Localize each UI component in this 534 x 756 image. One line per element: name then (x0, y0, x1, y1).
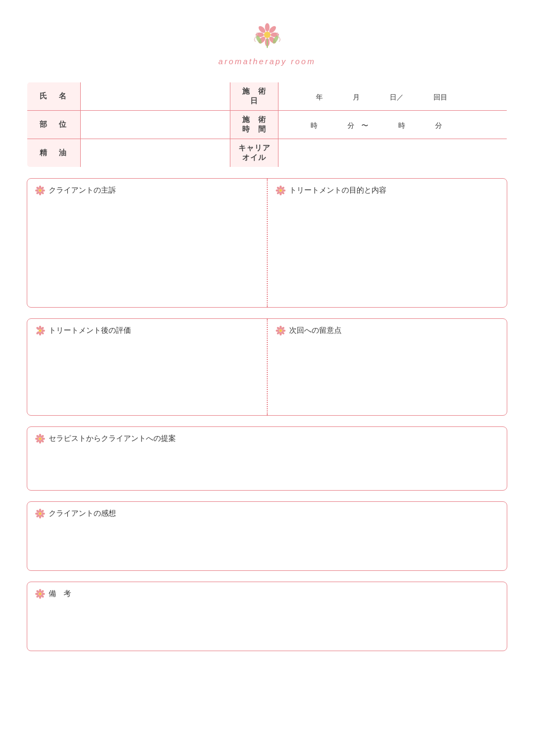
date-parts: 年 月 日／ 回目 (285, 93, 447, 102)
section-client-impression: クライアントの感想 (27, 501, 507, 571)
svg-point-47 (39, 438, 42, 440)
hour1-label: 時 (311, 121, 318, 131)
month-label: 月 (353, 93, 360, 102)
flower-icon-5 (35, 433, 45, 444)
info-table: 氏 名 施 術 日 年 月 日／ 回目 部 位 施 術 時 間 (27, 82, 507, 167)
purpose-label: トリートメントの目的と内容 (289, 186, 386, 195)
two-col-inner: クライアントの主訴 トリートメントの目的と内容 (27, 179, 507, 307)
section-remarks: 備 考 (27, 582, 507, 651)
time-value: 時 分 〜 時 分 (278, 111, 507, 139)
remarks-label: 備 考 (49, 589, 71, 599)
col-client-complaint: クライアントの主訴 (27, 179, 268, 307)
svg-point-0 (264, 32, 270, 38)
hour2-label: 時 (398, 121, 405, 131)
brand-name: aromatherapy room (27, 57, 507, 66)
svg-point-56 (39, 513, 42, 515)
svg-point-1 (265, 23, 269, 32)
year-label: 年 (316, 93, 323, 102)
flower-icon-4 (275, 325, 286, 336)
count-label: 回目 (434, 93, 447, 102)
svg-point-21 (279, 189, 282, 192)
section-evaluation-notes: トリートメント後の評価 次回への留意点 (27, 318, 507, 416)
two-col-inner-sm: トリートメント後の評価 次回への留意点 (27, 319, 507, 415)
section-complaint-purpose: クライアントの主訴 トリートメントの目的と内容 (27, 178, 507, 308)
flower-icon-3 (35, 325, 45, 336)
svg-point-38 (279, 330, 282, 332)
date-label: 施 術 日 (230, 82, 278, 111)
proposal-title: セラピストからクライアントへの提案 (35, 432, 499, 444)
col-treatment-purpose: トリートメントの目的と内容 (268, 179, 507, 307)
col-next-notes: 次回への留意点 (268, 319, 507, 415)
carrier-label: キャリアオイル (230, 139, 278, 167)
oil-value (81, 139, 230, 167)
section-therapist-proposal: セラピストからクライアントへの提案 (27, 426, 507, 491)
complaint-title: クライアントの主訴 (35, 184, 259, 196)
purpose-title: トリートメントの目的と内容 (275, 184, 500, 196)
col-evaluation: トリートメント後の評価 (27, 319, 268, 415)
area-label: 部 位 (27, 111, 81, 139)
min1-label: 分 〜 (347, 121, 368, 131)
impression-label: クライアントの感想 (49, 509, 116, 518)
evaluation-title: トリートメント後の評価 (35, 324, 259, 336)
oil-label: 精 油 (27, 139, 81, 167)
remarks-title: 備 考 (35, 587, 499, 599)
time-label: 施 術 時 間 (230, 111, 278, 139)
area-value (81, 111, 230, 139)
flower-icon-2 (275, 185, 286, 196)
complaint-label: クライアントの主訴 (49, 186, 116, 195)
header: aromatherapy room (27, 11, 507, 66)
next-notes-label: 次回への留意点 (289, 326, 342, 335)
logo-icon (249, 16, 286, 54)
carrier-value (278, 139, 507, 167)
flower-icon-1 (35, 185, 45, 196)
flower-icon-7 (35, 589, 45, 599)
flower-icon-6 (35, 508, 45, 519)
date-value: 年 月 日／ 回目 (278, 82, 507, 111)
evaluation-label: トリートメント後の評価 (49, 326, 131, 335)
svg-point-65 (39, 593, 42, 595)
svg-point-30 (39, 330, 42, 332)
day-label: 日／ (390, 93, 404, 102)
time-parts: 時 分 〜 時 分 (285, 121, 442, 131)
min2-label: 分 (435, 121, 442, 131)
name-label: 氏 名 (27, 82, 81, 111)
name-value (81, 82, 230, 111)
impression-title: クライアントの感想 (35, 507, 499, 519)
proposal-label: セラピストからクライアントへの提案 (49, 434, 176, 444)
next-notes-title: 次回への留意点 (275, 324, 500, 336)
svg-point-12 (39, 189, 42, 192)
